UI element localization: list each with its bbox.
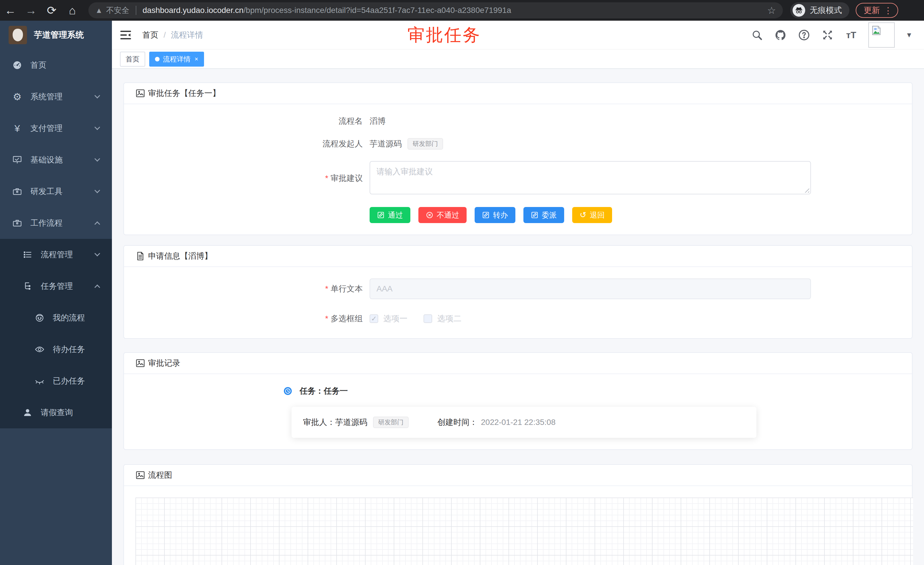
eye-closed-icon [34,375,45,387]
chevron-down-icon [94,188,100,193]
sidebar-item-done-tasks[interactable]: 已办任务 [0,365,112,397]
github-icon[interactable] [774,29,787,41]
avatar[interactable] [868,23,895,48]
help-icon[interactable] [798,29,810,41]
gear-icon: ⚙ [12,91,23,102]
sidebar-toggle-icon[interactable] [119,29,132,41]
dashboard-icon [12,59,23,71]
bookmark-star-icon[interactable]: ☆ [767,5,776,16]
button-label: 委派 [542,210,557,220]
sidebar-item-process-mgmt[interactable]: 流程管理 [0,239,112,270]
active-tab-dot [155,57,159,62]
sidebar-item-label: 首页 [30,60,46,71]
checkbox-label: 选项一 [383,313,408,324]
avatar-caret-down-icon[interactable]: ▼ [906,31,912,39]
chevron-down-icon [94,124,100,130]
approve-button[interactable]: 通过 [370,207,410,223]
monitor-icon [12,154,23,166]
sidebar-item-label: 支付管理 [30,123,63,134]
fullscreen-icon[interactable] [821,29,834,41]
browser-forward-icon[interactable]: → [21,2,41,18]
sidebar-item-todo-tasks[interactable]: 待办任务 [0,334,112,365]
sidebar-item-label: 流程管理 [41,249,73,260]
main-content: 审批任务【任务一】 流程名 滔博 流程发起人 芋道源码 研发部门 审批建议 [112,69,924,565]
incognito-icon [793,4,805,17]
chevron-up-icon [94,284,100,290]
approval-record-card-header: 审批记录 [124,353,912,374]
app-header: 首页 / 流程详情 тT ▼ [112,21,924,50]
bpmn-diagram-canvas[interactable] [135,497,913,565]
sidebar-item-payment[interactable]: ¥ 支付管理 [0,113,112,144]
process-diagram-card-header: 流程图 [124,465,912,486]
approve-task-card-header: 审批任务【任务一】 [124,83,912,104]
document-icon [135,251,145,261]
browser-home-icon[interactable]: ⌂ [62,2,82,18]
checkbox-checked-icon: ✓ [370,314,378,323]
tab-process-detail[interactable]: 流程详情 × [149,52,204,67]
chevron-up-icon [94,221,100,227]
sidebar-item-infra[interactable]: 基础设施 [0,144,112,176]
chrome-menu-icon[interactable]: ⋮ [884,6,892,15]
breadcrumb-home[interactable]: 首页 [142,30,158,41]
update-label: 更新 [864,5,880,16]
browser-reload-icon[interactable]: ⟳ [41,2,62,18]
sidebar-item-label: 基础设施 [30,155,63,165]
chrome-update-button[interactable]: 更新 ⋮ [856,3,898,18]
user-icon [22,407,33,418]
suggest-row: 审批建议 [135,161,900,195]
return-button[interactable]: ↺ 退回 [572,207,612,223]
suggest-textarea[interactable] [370,161,811,194]
incognito-badge: 无痕模式 [790,2,849,18]
sidebar-item-task-mgmt[interactable]: 任务管理 [0,270,112,302]
checkbox-label: 选项二 [437,313,461,324]
app-logo: 芋道管理系统 [0,21,112,50]
approver-dept-tag: 研发部门 [373,416,409,428]
return-icon: ↺ [580,211,586,219]
initiator-value: 芋道源码 研发部门 [370,138,443,150]
sidebar: 芋道管理系统 首页 ⚙ 系统管理 ¥ 支付管理 基础设施 [0,21,112,565]
card-title: 流程图 [148,470,172,481]
tab-label: 流程详情 [163,54,190,64]
tags-view-bar: 首页 流程详情 × [112,50,924,69]
edit-icon [377,211,384,219]
single-text-input [370,278,811,299]
sidebar-item-label: 研发工具 [30,186,63,197]
reject-button[interactable]: 不通过 [418,207,466,223]
browser-back-icon[interactable]: ← [0,2,21,18]
sidebar-item-label: 待办任务 [53,344,85,355]
header-actions: тT ▼ [751,21,912,50]
delegate-button[interactable]: 委派 [524,207,564,223]
button-label: 不通过 [437,210,459,220]
sidebar-item-devtools[interactable]: 研发工具 [0,176,112,207]
breadcrumb: 首页 / 流程详情 [142,30,203,41]
sidebar-item-label: 请假查询 [41,407,73,418]
sidebar-item-workflow[interactable]: 工作流程 [0,207,112,239]
sidebar-item-system[interactable]: ⚙ 系统管理 [0,81,112,113]
button-label: 通过 [388,210,403,220]
approval-record-item: 审批人： 芋道源码 研发部门 创建时间： 2022-01-21 22:35:08 [291,407,756,438]
single-text-row: 单行文本 [135,278,900,299]
process-diagram-card: 流程图 [123,464,912,565]
address-bar[interactable]: ▲ 不安全 dashboard.yudao.iocoder.cn /bpm/pr… [88,2,783,18]
transfer-button[interactable]: 转办 [475,207,515,223]
edit-icon [482,211,489,219]
font-size-icon[interactable]: тT [845,29,857,41]
sidebar-item-my-process[interactable]: 我的流程 [0,302,112,334]
approval-record-card: 审批记录 任务：任务一 审批人： 芋道源码 研发部门 创建时间： 2022-01… [123,352,912,450]
checkbox-option-2: 选项二 [423,313,461,324]
process-name-row: 流程名 滔博 [135,116,900,126]
briefcase-icon [12,186,23,197]
card-title: 审批任务【任务一】 [148,88,220,99]
approve-task-card: 审批任务【任务一】 流程名 滔博 流程发起人 芋道源码 研发部门 审批建议 [123,83,912,235]
approver-label: 审批人： [303,417,335,428]
tab-close-icon[interactable]: × [195,56,198,63]
approval-timeline: 任务：任务一 审批人： 芋道源码 研发部门 创建时间： 2022-01-21 2… [284,386,900,438]
tab-home[interactable]: 首页 [120,52,145,67]
sidebar-item-home[interactable]: 首页 [0,50,112,81]
clock-node-icon [284,387,292,395]
sidebar-item-leave-query[interactable]: 请假查询 [0,397,112,428]
process-name-value: 滔博 [370,116,386,126]
search-icon[interactable] [751,29,763,41]
not-secure-label: 不安全 [106,5,129,15]
url-path: /bpm/process-instance/detail?id=54aa251f… [244,6,763,15]
